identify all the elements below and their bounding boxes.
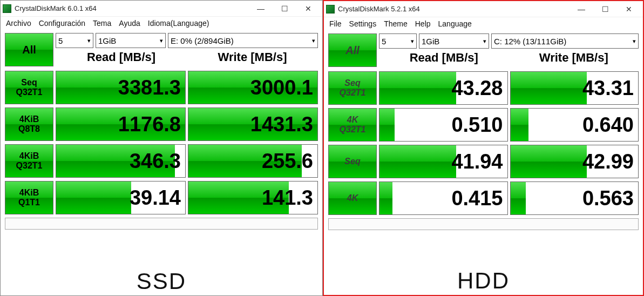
write-value: 1431.3: [188, 107, 318, 141]
menu-item[interactable]: Language: [438, 19, 472, 28]
menu-item[interactable]: Configuración: [39, 19, 85, 28]
menu-item[interactable]: Tema: [93, 19, 111, 28]
value-bar: [511, 145, 587, 178]
statusbar: [328, 218, 639, 230]
menu-item[interactable]: Idioma(Language): [148, 19, 209, 28]
read-text: 0.510: [451, 113, 503, 137]
test-button[interactable]: SeqQ32T1: [5, 71, 53, 104]
test-row: 4KiBQ8T81176.81431.3: [5, 107, 318, 141]
test-row: Seq41.9442.99: [328, 145, 639, 178]
all-button[interactable]: All: [328, 33, 377, 67]
read-text: 43.28: [451, 77, 503, 100]
write-value: 0.563: [510, 181, 639, 215]
value-bar: [511, 72, 587, 104]
chevron-down-icon: ▾: [87, 37, 91, 44]
menu-item[interactable]: Ayuda: [119, 19, 140, 28]
write-value: 3000.1: [188, 71, 318, 104]
chevron-down-icon: ▾: [483, 38, 486, 45]
size-select[interactable]: 1GiB▾: [419, 33, 489, 49]
size-select[interactable]: 1GiB▾: [96, 33, 166, 48]
window-ssd: CrystalDiskMark 6.0.1 x64 — ☐ ✕ Archivo …: [0, 0, 323, 296]
write-value: 0.640: [510, 108, 639, 142]
menu-item[interactable]: Help: [415, 19, 431, 28]
chevron-down-icon: ▾: [160, 37, 163, 44]
write-text: 0.640: [582, 113, 634, 137]
size-value: 1GiB: [98, 36, 116, 45]
runs-select[interactable]: 5▾: [379, 33, 417, 49]
write-text: 1431.3: [250, 113, 313, 136]
window-title: CrystalDiskMark 5.2.1 x64: [338, 5, 570, 13]
read-header: Read [MB/s]: [56, 50, 187, 64]
test-row: 4KQ32T10.5100.640: [328, 108, 639, 142]
write-value: 43.31: [510, 71, 639, 105]
test-button[interactable]: 4KiBQ1T1: [5, 181, 53, 214]
menu-item[interactable]: Theme: [384, 19, 408, 28]
test-button[interactable]: SeqQ32T1: [328, 71, 377, 105]
drive-select[interactable]: E: 0% (2/894GiB)▾: [168, 33, 318, 48]
drive-select[interactable]: C: 12% (13/111GiB)▾: [491, 33, 639, 49]
read-header: Read [MB/s]: [379, 51, 509, 65]
test-row: SeqQ32T143.2843.31: [328, 71, 639, 105]
write-header: Write [MB/s]: [187, 50, 318, 64]
runs-select[interactable]: 5▾: [56, 33, 93, 48]
titlebar: CrystalDiskMark 6.0.1 x64 — ☐ ✕: [1, 1, 322, 17]
read-value: 41.94: [379, 145, 508, 178]
test-button[interactable]: 4KiBQ32T1: [5, 144, 53, 178]
read-value: 1176.8: [56, 107, 186, 141]
read-value: 3381.3: [56, 71, 186, 104]
value-bar: [379, 182, 392, 214]
size-value: 1GiB: [422, 37, 439, 46]
read-value: 0.510: [379, 108, 508, 142]
titlebar: CrystalDiskMark 5.2.1 x64 — ☐ ✕: [324, 1, 643, 17]
value-bar: [511, 109, 528, 141]
chevron-down-icon: ▾: [633, 38, 636, 45]
test-row: 4KiBQ32T1346.3255.6: [5, 144, 318, 178]
write-text: 0.563: [582, 187, 634, 210]
read-text: 3381.3: [118, 76, 181, 99]
write-value: 255.6: [188, 144, 318, 178]
drive-value: C: 12% (13/111GiB): [494, 37, 566, 46]
runs-value: 5: [58, 36, 63, 45]
window-hdd: CrystalDiskMark 5.2.1 x64 — ☐ ✕ File Set…: [323, 0, 644, 296]
value-bar: [511, 182, 526, 214]
maximize-button[interactable]: ☐: [273, 1, 296, 16]
all-button[interactable]: All: [5, 33, 53, 66]
close-button[interactable]: ✕: [296, 1, 320, 16]
test-button[interactable]: 4K: [328, 181, 377, 215]
read-text: 346.3: [130, 150, 181, 173]
test-button[interactable]: 4KQ32T1: [328, 108, 377, 142]
write-header: Write [MB/s]: [509, 51, 639, 65]
menubar: Archivo Configuración Tema Ayuda Idioma(…: [1, 17, 322, 31]
test-row: 4K0.4150.563: [328, 181, 639, 215]
app-icon: [326, 5, 335, 14]
window-title: CrystalDiskMark 6.0.1 x64: [15, 4, 249, 12]
read-text: 0.415: [451, 187, 503, 210]
runs-value: 5: [382, 37, 386, 46]
test-row: SeqQ32T13381.33000.1: [5, 71, 318, 104]
minimize-button[interactable]: —: [570, 2, 593, 17]
read-value: 346.3: [56, 144, 186, 178]
write-text: 43.31: [582, 77, 634, 100]
menu-item[interactable]: File: [329, 19, 342, 28]
menu-item[interactable]: Settings: [349, 19, 377, 28]
read-text: 1176.8: [118, 113, 181, 136]
close-button[interactable]: ✕: [617, 2, 641, 17]
minimize-button[interactable]: —: [249, 1, 273, 16]
maximize-button[interactable]: ☐: [593, 2, 617, 17]
read-value: 39.14: [56, 181, 186, 214]
test-button[interactable]: 4KiBQ8T8: [5, 107, 53, 141]
test-row: 4KiBQ1T139.14141.3: [5, 181, 318, 214]
write-value: 42.99: [510, 145, 639, 178]
test-button[interactable]: Seq: [328, 145, 377, 178]
value-bar: [56, 181, 131, 214]
write-text: 141.3: [262, 186, 313, 210]
read-text: 41.94: [451, 150, 503, 173]
drive-value: E: 0% (2/894GiB): [171, 36, 234, 45]
read-value: 43.28: [379, 71, 508, 105]
value-bar: [379, 109, 395, 141]
statusbar: [5, 218, 318, 230]
value-bar: [379, 72, 456, 104]
value-bar: [379, 145, 456, 178]
menu-item[interactable]: Archivo: [6, 19, 31, 28]
write-text: 42.99: [582, 150, 634, 173]
